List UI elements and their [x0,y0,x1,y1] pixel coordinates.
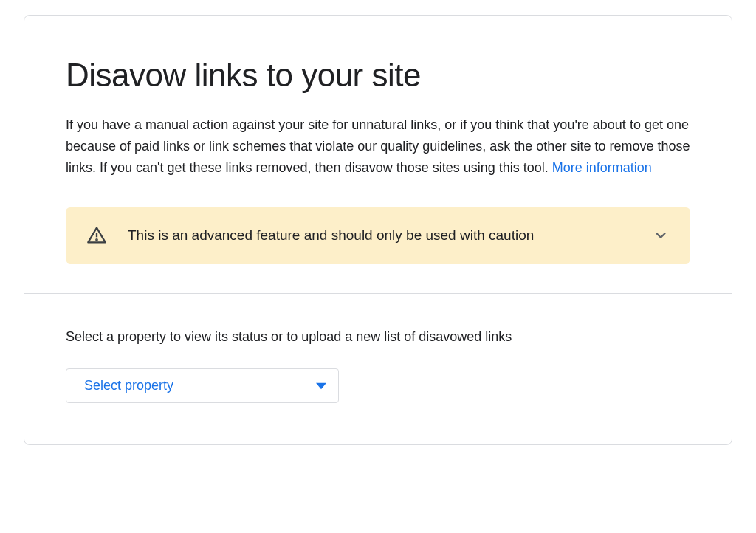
select-property-dropdown[interactable]: Select property [66,368,339,403]
dropdown-arrow-icon [316,381,326,391]
select-property-placeholder: Select property [84,378,173,393]
svg-point-1 [96,240,97,241]
property-section: Select a property to view its status or … [24,294,732,444]
intro-section: Disavow links to your site If you have a… [24,16,732,293]
more-information-link[interactable]: More information [552,160,652,175]
select-property-label: Select a property to view its status or … [66,329,690,345]
chevron-down-icon [652,227,670,244]
warning-banner[interactable]: This is an advanced feature and should o… [66,207,690,264]
page-title: Disavow links to your site [66,57,690,94]
warning-text: This is an advanced feature and should o… [128,227,631,244]
disavow-card: Disavow links to your site If you have a… [24,15,732,445]
intro-paragraph: If you have a manual action against your… [66,114,690,178]
warning-triangle-icon [86,225,107,246]
